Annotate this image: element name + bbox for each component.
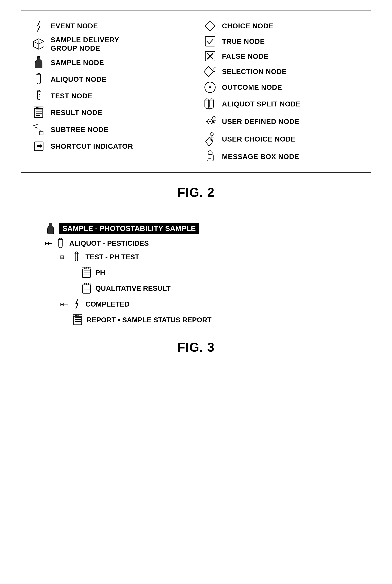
true-node-icon — [203, 36, 217, 47]
tree-item-completed: ⊟─ COMPLETED — [60, 298, 130, 310]
legend-item-user-choice-node: USER CHOICE NODE — [203, 130, 360, 148]
aliquot-split-node-icon — [203, 97, 217, 111]
vertical-connector-1 — [52, 251, 58, 265]
legend-item-message-box-node: MESSAGE BOX NODE — [203, 148, 360, 165]
svg-line-1 — [34, 41, 39, 44]
test-node-label: TEST NODE — [51, 92, 92, 100]
tree-item-sample-root: SAMPLE - PHOTOSTABILITY SAMPLE — [45, 222, 361, 235]
message-box-node-label: MESSAGE BOX NODE — [222, 152, 299, 161]
svg-rect-22 — [40, 131, 43, 135]
fig3-caption: FIG. 3 — [178, 340, 214, 354]
report-label: REPORT • SAMPLE STATUS REPORT — [86, 316, 212, 324]
sample-node-label: SAMPLE NODE — [51, 59, 104, 67]
svg-point-54 — [210, 133, 213, 136]
legend-box: EVENT NODE SAMPLE DELIVERYGROUP NODE — [21, 11, 371, 173]
user-choice-node-icon — [203, 132, 217, 146]
legend-item-subtree-node: SUBTREE NODE — [32, 121, 189, 138]
vertical-connector-3a — [52, 280, 58, 296]
tree-row-completed: ⊟─ COMPLETED — [31, 296, 361, 312]
fig3-container: SAMPLE - PHOTOSTABILITY SAMPLE ⊟─ ALIQUO… — [21, 214, 371, 335]
legend-item-sample-node: SAMPLE NODE — [32, 54, 189, 71]
legend-grid: EVENT NODE SAMPLE DELIVERYGROUP NODE — [32, 18, 360, 165]
vertical-connector-4 — [52, 296, 58, 312]
true-node-label: TRUE NODE — [222, 37, 265, 46]
vertical-connector-2b — [60, 265, 81, 280]
event-node-icon — [32, 20, 46, 32]
fig2-caption: FIG. 2 — [178, 185, 214, 200]
qualitative-result-icon — [81, 282, 92, 294]
svg-rect-6 — [37, 74, 40, 84]
legend-item-shortcut-indicator: SHORTCUT INDICATOR — [32, 138, 189, 154]
sample-delivery-node-label: SAMPLE DELIVERYGROUP NODE — [51, 36, 119, 53]
legend-item-event-node: EVENT NODE — [32, 18, 189, 34]
aliquot-node-label: ALIQUOT NODE — [51, 75, 106, 84]
svg-point-35 — [209, 86, 211, 88]
legend-item-test-node: TEST NODE — [32, 88, 189, 104]
vertical-connector-3b — [60, 280, 81, 296]
legend-item-selection-node: SELECTION NODE — [203, 64, 360, 80]
legend-item-aliquot-split-node: ALIQUOT SPLIT NODE — [203, 95, 360, 113]
ph-result-icon — [81, 266, 92, 279]
aliquot-split-node-label: ALIQUOT SPLIT NODE — [222, 100, 301, 108]
vertical-connector-5 — [52, 312, 58, 328]
legend-item-false-node: FALSE NODE — [203, 49, 360, 64]
choice-node-label: CHOICE NODE — [222, 22, 273, 30]
svg-rect-13 — [34, 107, 43, 118]
svg-point-44 — [212, 116, 215, 119]
test-ph-icon — [71, 251, 82, 263]
user-choice-node-label: USER CHOICE NODE — [222, 135, 296, 143]
test-node-icon — [32, 89, 46, 103]
legend-item-true-node: TRUE NODE — [203, 34, 360, 49]
legend-left-column: EVENT NODE SAMPLE DELIVERYGROUP NODE — [32, 18, 189, 165]
svg-line-47 — [212, 122, 214, 124]
qualitative-result-label: QUALITATIVE RESULT — [95, 284, 170, 292]
tree-row-report: REPORT • SAMPLE STATUS REPORT — [31, 312, 361, 328]
legend-item-outcome-node: OUTCOME NODE — [203, 80, 360, 95]
svg-point-43 — [209, 121, 211, 122]
connector-completed: ⊟─ — [60, 301, 68, 308]
event-node-label: EVENT NODE — [51, 22, 98, 30]
sample-node-icon — [32, 56, 46, 69]
vertical-connector-2a — [52, 265, 58, 280]
shortcut-indicator-icon — [32, 140, 46, 152]
message-box-node-icon — [203, 150, 217, 164]
tree-item-aliquot-pesticides: ⊟─ ALIQUOT - PESTICIDES — [45, 237, 361, 249]
connector-test-ph: ⊟─ — [60, 253, 68, 261]
sample-root-label: SAMPLE - PHOTOSTABILITY SAMPLE — [59, 223, 199, 234]
tree-row-test-ph: ⊟─ TEST - PH TEST — [31, 251, 361, 265]
outcome-node-icon — [203, 81, 217, 94]
svg-rect-5 — [37, 57, 40, 58]
svg-line-2 — [39, 41, 44, 44]
report-icon — [72, 314, 83, 326]
tree-item-qualitative: QUALITATIVE RESULT — [81, 282, 170, 294]
legend-item-result-node: RESULT NODE — [32, 104, 189, 121]
false-node-label: FALSE NODE — [222, 52, 268, 61]
subtree-node-icon — [32, 123, 46, 137]
legend-right-column: CHOICE NODE TRUE NODE — [203, 18, 360, 165]
completed-icon — [71, 298, 82, 310]
svg-line-23 — [37, 128, 41, 131]
aliquot-pesticides-label: ALIQUOT - PESTICIDES — [69, 239, 149, 247]
tree-row-ph: PH — [31, 265, 361, 280]
ph-label: PH — [95, 269, 105, 277]
result-node-icon — [32, 106, 46, 119]
legend-item-aliquot-node: ALIQUOT NODE — [32, 71, 189, 88]
subtree-node-label: SUBTREE NODE — [51, 125, 108, 134]
shortcut-indicator-label: SHORTCUT INDICATOR — [51, 142, 133, 151]
sample-root-icon — [45, 222, 56, 235]
legend-item-user-defined-node: USER DEFINED NODE — [203, 113, 360, 130]
tree-item-report: REPORT • SAMPLE STATUS REPORT — [72, 314, 212, 326]
tree-item-ph: PH — [81, 266, 105, 279]
sample-delivery-node-icon — [32, 38, 46, 50]
aliquot-pesticides-icon — [55, 237, 66, 249]
svg-marker-30 — [204, 66, 213, 77]
completed-label: COMPLETED — [86, 300, 130, 308]
legend-item-choice-node: CHOICE NODE — [203, 18, 360, 34]
svg-rect-62 — [49, 223, 52, 224]
outcome-node-label: OUTCOME NODE — [222, 83, 282, 92]
connector-aliquot: ⊟─ — [45, 240, 52, 247]
result-node-label: RESULT NODE — [51, 108, 102, 117]
user-defined-node-icon — [203, 115, 217, 129]
selection-node-label: SELECTION NODE — [222, 67, 287, 76]
svg-marker-25 — [205, 21, 215, 31]
